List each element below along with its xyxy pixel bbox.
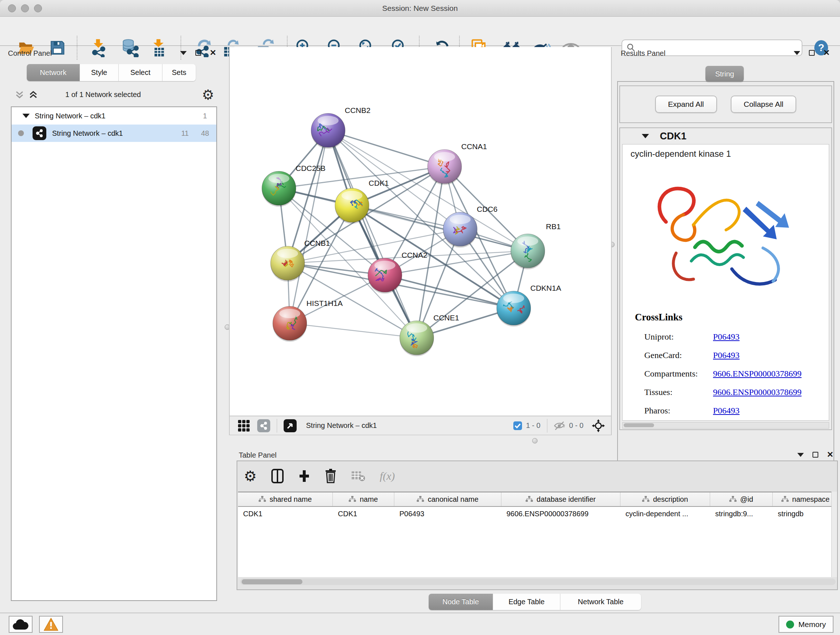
table-cell[interactable]: CDK1 bbox=[333, 507, 394, 521]
collapse-arrow-icon[interactable] bbox=[794, 51, 800, 55]
network-node-CCNA2[interactable] bbox=[368, 258, 402, 294]
warning-icon bbox=[43, 618, 58, 631]
column-header-canonical-name[interactable]: canonical name bbox=[394, 492, 501, 506]
crosslink-link[interactable]: P06493 bbox=[713, 406, 739, 416]
table-cell[interactable]: CDK1 bbox=[238, 507, 333, 521]
network-node-RB1[interactable] bbox=[511, 234, 545, 269]
close-icon[interactable]: ✕ bbox=[210, 50, 216, 56]
tab-node-table[interactable]: Node Table bbox=[429, 594, 493, 610]
column-header-namespace[interactable]: namespace bbox=[773, 492, 833, 506]
close-icon[interactable]: ✕ bbox=[823, 50, 830, 56]
network-node-CCNA1[interactable] bbox=[428, 149, 462, 185]
collapse-arrow-icon[interactable] bbox=[180, 51, 187, 55]
table-hscrollbar[interactable] bbox=[240, 578, 836, 585]
hidden-eye-icon[interactable] bbox=[554, 421, 565, 431]
network-node-CCNB2[interactable] bbox=[311, 113, 345, 149]
tab-style[interactable]: Style bbox=[80, 64, 118, 81]
node-result-name: CDK1 bbox=[660, 131, 687, 142]
crosslink-row: Pharos:P06493 bbox=[644, 402, 825, 420]
results-scrollbar[interactable] bbox=[622, 422, 829, 429]
network-node-CDK1[interactable] bbox=[335, 188, 369, 224]
network-edge-CCNB2-CCNA1[interactable] bbox=[328, 130, 445, 166]
node-result-body: cyclin-dependent kinase 1 bbox=[622, 144, 829, 421]
float-icon[interactable] bbox=[809, 50, 815, 56]
collapse-arrow-icon[interactable] bbox=[797, 453, 804, 457]
table-panel-box: ⚙ f(x) shared namenamecanonical namedata… bbox=[237, 461, 838, 590]
column-header-description[interactable]: description bbox=[621, 492, 710, 506]
expand-all-button[interactable]: Expand All bbox=[655, 96, 717, 113]
close-icon[interactable]: ✕ bbox=[827, 452, 834, 458]
warning-button[interactable] bbox=[39, 616, 63, 633]
table-row[interactable]: CDK1CDK1P064939606.ENSP00000378699cyclin… bbox=[238, 507, 833, 521]
show-columns-icon[interactable] bbox=[271, 469, 284, 483]
table-cell[interactable]: stringdb:9... bbox=[710, 507, 773, 521]
float-icon[interactable] bbox=[195, 50, 201, 56]
network-edge-CCNB2-HIST1H1A[interactable] bbox=[290, 130, 328, 323]
main-toolbar: ? bbox=[0, 17, 840, 46]
network-node-CDC6[interactable] bbox=[443, 212, 477, 248]
network-node-HIST1H1A[interactable] bbox=[273, 306, 307, 342]
column-header-shared-name[interactable]: shared name bbox=[238, 492, 333, 506]
crosslink-link[interactable]: P06493 bbox=[713, 350, 739, 360]
table-cell[interactable]: 9606.ENSP00000378699 bbox=[501, 507, 621, 521]
hidden-count: 0 - 0 bbox=[569, 421, 584, 430]
gear-icon[interactable]: ⚙ bbox=[202, 87, 214, 103]
delete-table-icon[interactable] bbox=[351, 470, 365, 482]
column-header-name[interactable]: name bbox=[333, 492, 394, 506]
crosslink-link[interactable]: 9606.ENSP00000378699 bbox=[713, 387, 802, 397]
table-panel-tabs: Node TableEdge TableNetwork Table bbox=[429, 594, 641, 610]
table-cell[interactable]: P06493 bbox=[394, 507, 501, 521]
status-bar: Memory bbox=[0, 613, 840, 635]
trash-icon[interactable] bbox=[325, 469, 336, 483]
protein-structure-image bbox=[637, 160, 807, 312]
column-header-label: @id bbox=[740, 495, 753, 504]
gear-icon[interactable]: ⚙ bbox=[244, 468, 257, 485]
crosslink-link[interactable]: 9606.ENSP00000378699 bbox=[713, 369, 802, 379]
table-vscrollbar[interactable] bbox=[831, 492, 837, 577]
network-graph[interactable]: CCNB2CCNA1CDC25BCDK1CDC6RB1CCNB1CCNA2CDK… bbox=[230, 47, 611, 414]
table-cell[interactable]: cyclin-dependent ... bbox=[621, 507, 710, 521]
tab-network[interactable]: Network bbox=[27, 64, 80, 81]
share-icon[interactable] bbox=[257, 419, 270, 432]
open-view-icon[interactable] bbox=[284, 419, 297, 432]
crosslink-link[interactable]: P06493 bbox=[713, 332, 739, 342]
bottom-splitter-handle[interactable] bbox=[532, 438, 538, 443]
network-node-CDKN1A[interactable] bbox=[497, 291, 531, 326]
crosslink-label: Tissues: bbox=[644, 387, 713, 397]
grid-icon[interactable] bbox=[238, 420, 250, 432]
results-scrollbar-thumb[interactable] bbox=[624, 423, 654, 427]
node-label-CCNB2: CCNB2 bbox=[345, 106, 370, 114]
network-canvas[interactable]: CCNB2CCNA1CDC25BCDK1CDC6RB1CCNB1CCNA2CDK… bbox=[229, 47, 612, 416]
network-row[interactable]: String Network – cdk1 11 48 bbox=[11, 125, 216, 142]
network-edge-HIST1H1A-CCNE1[interactable] bbox=[290, 323, 417, 338]
crosslinks-list: Uniprot:P06493GeneCard:P06493Compartment… bbox=[644, 328, 825, 420]
application-window: Session: New Session bbox=[0, 0, 840, 635]
tree-expand-icon[interactable] bbox=[642, 134, 649, 138]
float-icon[interactable] bbox=[813, 452, 818, 458]
tab-string[interactable]: String bbox=[706, 66, 744, 82]
toolbar-separator bbox=[547, 419, 547, 432]
tree-expand-icon[interactable] bbox=[22, 114, 30, 118]
network-node-CCNB1[interactable] bbox=[271, 246, 305, 282]
tab-network-table[interactable]: Network Table bbox=[561, 594, 641, 610]
tab-sets[interactable]: Sets bbox=[163, 64, 196, 81]
memory-button[interactable]: Memory bbox=[778, 616, 834, 633]
node-label-CDC6: CDC6 bbox=[477, 205, 497, 213]
node-label-RB1: RB1 bbox=[546, 222, 561, 231]
tab-select[interactable]: Select bbox=[118, 64, 163, 81]
cloud-button[interactable] bbox=[9, 616, 33, 633]
add-column-icon[interactable] bbox=[298, 469, 310, 483]
checkbox-icon[interactable] bbox=[513, 421, 523, 431]
node-result-header[interactable]: CDK1 bbox=[620, 128, 831, 144]
crosshair-icon[interactable] bbox=[592, 419, 605, 432]
table-hscrollbar-thumb[interactable] bbox=[242, 579, 302, 584]
column-header-@id[interactable]: @id bbox=[710, 492, 773, 506]
network-node-CCNE1[interactable] bbox=[400, 321, 434, 356]
network-node-CDC25B[interactable] bbox=[262, 171, 296, 207]
tab-edge-table[interactable]: Edge Table bbox=[493, 594, 561, 610]
collapse-all-button[interactable]: Collapse All bbox=[731, 96, 797, 113]
column-header-database-identifier[interactable]: database identifier bbox=[501, 492, 621, 506]
function-icon[interactable]: f(x) bbox=[380, 470, 395, 482]
network-collection-row[interactable]: String Network – cdk1 1 bbox=[11, 107, 216, 125]
table-cell[interactable]: stringdb bbox=[773, 507, 833, 521]
